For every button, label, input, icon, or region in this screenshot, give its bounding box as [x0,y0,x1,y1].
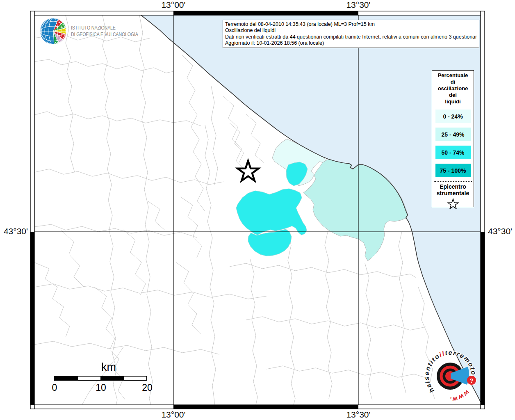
scale-tick-labels: 0 10 20 [45,382,160,394]
star-outline-icon [447,198,459,209]
event-info-line1: Terremoto del 08-04-2010 14:35:43 (ora l… [225,21,477,27]
legend-box: Percentuale di oscillazione dei liquidi … [432,70,474,207]
legend-epicenter-symbol [432,198,474,210]
ingv-name-line1: ISTITUTO NAZIONALE [71,25,138,31]
event-info-line4: Aggiornato il: 10-01-2026 18:56 (ora loc… [225,40,477,46]
event-info-line2: Oscillazione dei liquidi [225,27,477,34]
legend-item-50-74: 50 - 74% [435,146,471,159]
legend-item-0-24: 0 - 24% [435,110,471,123]
scale-tick-5 [77,377,78,380]
legend-item-25-49: 25 - 49% [435,128,471,141]
frame-black-top [173,11,358,15]
legend-epicenter-label: Epicentro strumentale [432,183,474,196]
ingv-name-line2: DI GEOFISICA E VULCANOLOGIA [71,31,138,38]
frame-black-bottom [173,405,358,409]
label-lon-13-00-bottom: 13°00' [161,410,185,420]
scale-tick-20: 20 [142,382,153,393]
haisentitoilterremoto-logo: haisentitoilterremoto.itwww. ? [422,350,483,411]
scale-seg-black-1 [55,377,77,380]
scale-tick-15 [123,377,124,380]
scale-bar: km 0 10 20 [45,361,160,390]
label-lon-13-00-top: 13°00' [161,0,185,10]
ingv-name: ISTITUTO NAZIONALE DI GEOFISICA E VULCAN… [71,25,138,38]
question-mark: ? [469,377,473,384]
label-lon-13-30-bottom: 13°30' [346,410,370,420]
ingv-felt-report-map: 13°00' 13°30' 13°00' 13°30' 43°30' 43°30… [0,0,515,420]
municipality-50-74pct-upper [236,189,307,235]
ingv-logo: ISTITUTO NAZIONALE DI GEOFISICA E VULCAN… [39,17,153,45]
event-info-box: Terremoto del 08-04-2010 14:35:43 (ora l… [223,20,479,48]
frame-black-left [30,232,34,405]
scale-seg-black-2 [100,377,123,380]
scale-bar-strip [54,376,147,381]
legend-item-75-100: 75 - 100% [435,164,471,177]
scale-tick-10: 10 [96,382,106,393]
scale-unit: km [57,361,160,374]
ingv-globe-icon [39,17,67,45]
legend-title: Percentuale di oscillazione dei liquidi [432,72,474,105]
label-lon-13-30-top: 13°30' [346,0,370,10]
label-lat-43-30-right: 43°30' [488,226,512,236]
scale-tick-0: 0 [52,382,57,393]
legend-divider [434,181,472,182]
event-info-line3: Dati non verificati estratti da 44 quest… [225,34,477,40]
label-lat-43-30-left: 43°30' [2,226,28,236]
